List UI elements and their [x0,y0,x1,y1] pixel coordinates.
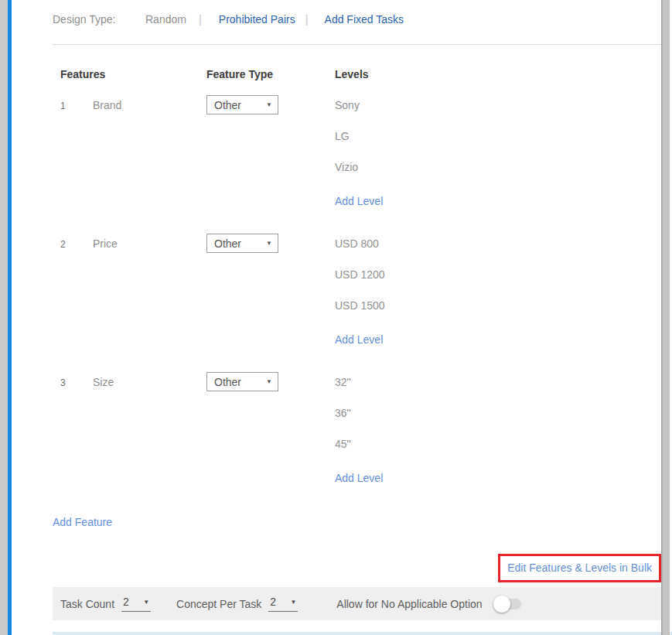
content-area: Design Type: Random | Prohibited Pairs |… [12,0,672,635]
level-value[interactable]: 36" [335,403,661,434]
edit-features-levels-bulk-link[interactable]: Edit Features & Levels in Bulk [507,562,652,574]
task-count-dropdown[interactable]: 2 ▼ [121,596,151,612]
toggle-knob [493,596,510,613]
table-row: 3 Size Other ▼ 32" 36" 45" Add Level [53,372,661,485]
bulk-edit-row: Edit Features & Levels in Bulk [53,554,661,582]
notice-bar: Conjoint questions require at least 2 fe… [53,632,672,635]
add-level-link[interactable]: Add Level [335,195,383,207]
add-level-link[interactable]: Add Level [335,472,383,484]
concept-per-task-dropdown[interactable]: 2 ▼ [268,596,298,612]
chevron-down-icon: ▼ [266,101,272,108]
levels-column-header: Levels [335,68,661,80]
no-applicable-option-toggle[interactable] [495,599,521,609]
design-type-value[interactable]: Random [145,13,186,26]
chevron-down-icon: ▼ [266,240,272,247]
features-column-header: Features [60,68,206,80]
feature-type-dropdown[interactable]: Other ▼ [206,95,278,114]
vertical-scrollbar[interactable] [661,0,670,635]
feature-type-selected-value: Other [214,376,241,388]
add-fixed-tasks-link[interactable]: Add Fixed Tasks [325,13,404,26]
task-count-label: Task Count [60,598,114,610]
table-header-row: Features Feature Type Levels [53,68,661,80]
level-value[interactable]: Sony [335,95,661,126]
feature-index: 1 [60,95,93,208]
level-value[interactable]: Vizio [335,157,661,188]
task-count-value: 2 [123,596,129,608]
level-value[interactable]: USD 1200 [335,265,661,295]
level-value[interactable]: USD 800 [335,234,661,265]
level-value[interactable]: USD 1500 [335,295,661,326]
prohibited-pairs-link[interactable]: Prohibited Pairs [219,13,295,26]
level-value[interactable]: LG [335,126,661,157]
feature-rows: 1 Brand Other ▼ Sony LG Vizio Add Level [53,95,661,485]
level-value[interactable]: 45" [335,434,661,465]
add-level-link[interactable]: Add Level [335,333,383,346]
feature-index: 3 [60,372,93,485]
conjoint-settings-page: Design Type: Random | Prohibited Pairs |… [0,0,672,635]
chevron-down-icon: ▼ [290,599,296,606]
bulk-edit-highlight-box: Edit Features & Levels in Bulk [498,554,661,582]
section-divider [53,44,661,45]
feature-type-column-header: Feature Type [206,68,335,80]
table-row: 1 Brand Other ▼ Sony LG Vizio Add Level [53,95,661,208]
no-applicable-option-label: Allow for No Applicable Option [336,598,482,610]
add-feature-link[interactable]: Add Feature [53,516,112,528]
design-type-row: Design Type: Random | Prohibited Pairs |… [53,0,661,26]
feature-name[interactable]: Price [93,234,206,347]
feature-index: 2 [60,234,93,347]
left-gutter [0,0,8,635]
feature-name[interactable]: Size [93,372,206,485]
settings-bar: Task Count 2 ▼ Concept Per Task 2 ▼ Allo… [53,587,661,620]
feature-name[interactable]: Brand [93,95,206,208]
table-row: 2 Price Other ▼ USD 800 USD 1200 USD 150… [53,234,661,347]
chevron-down-icon: ▼ [143,599,149,606]
feature-type-selected-value: Other [214,237,241,250]
separator: | [305,12,309,26]
concept-per-task-label: Concept Per Task [176,598,261,610]
feature-type-dropdown[interactable]: Other ▼ [206,372,278,391]
chevron-down-icon: ▼ [266,378,272,385]
feature-type-selected-value: Other [214,99,241,111]
design-type-label: Design Type: [53,13,145,26]
level-value[interactable]: 32" [335,372,661,403]
concept-per-task-value: 2 [270,596,276,608]
feature-type-dropdown[interactable]: Other ▼ [206,234,278,253]
separator: | [199,12,202,26]
